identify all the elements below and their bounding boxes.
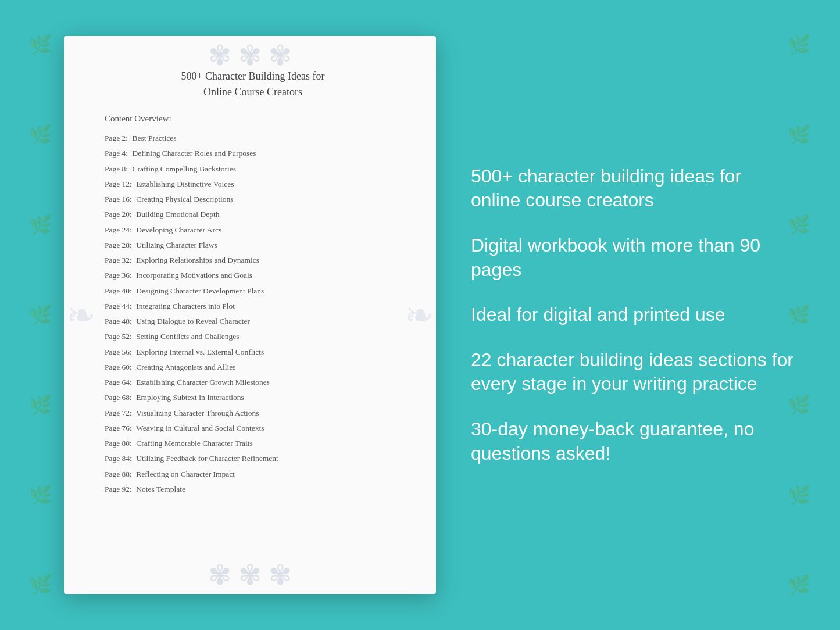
toc-item: Page 68: Employing Subtext in Interactio…	[105, 390, 401, 405]
toc-title: Building Emotional Depth	[134, 210, 220, 219]
toc-item: Page 80: Crafting Memorable Character Tr…	[105, 436, 401, 451]
toc-item: Page 84: Utilizing Feedback for Characte…	[105, 451, 401, 466]
toc-item: Page 48: Using Dialogue to Reveal Charac…	[105, 314, 401, 329]
toc-title: Reflecting on Character Impact	[134, 470, 235, 478]
toc-item: Page 88: Reflecting on Character Impact	[105, 467, 401, 482]
floral-sprig: 🌿	[788, 306, 811, 324]
toc-title: Designing Character Development Plans	[134, 287, 264, 295]
toc-item: Page 40: Designing Character Development…	[105, 284, 401, 299]
info-point: 30-day money-back guarantee, no question…	[471, 417, 793, 466]
toc-title: Crafting Memorable Character Traits	[134, 439, 253, 448]
floral-sprig: 🌿	[788, 35, 811, 54]
toc-item: Page 60: Creating Antagonists and Allies	[105, 360, 401, 375]
toc-page-number: Page 60:	[105, 363, 132, 371]
table-of-contents: Page 2: Best PracticesPage 4: Defining C…	[105, 131, 401, 497]
toc-page-number: Page 32:	[105, 256, 132, 264]
corner-bottom-decoration: ✾ ✾ ✾	[208, 559, 292, 591]
corner-top-decoration: ✾ ✾ ✾	[208, 39, 292, 71]
toc-title: Incorporating Motivations and Goals	[134, 271, 252, 280]
content-overview-label: Content Overview:	[105, 114, 401, 124]
toc-item: Page 76: Weaving in Cultural and Social …	[105, 421, 401, 436]
toc-page-number: Page 72:	[105, 409, 132, 417]
toc-title: Visualizing Character Through Actions	[134, 409, 259, 417]
toc-page-number: Page 16:	[105, 195, 132, 203]
toc-item: Page 44: Integrating Characters into Plo…	[105, 299, 401, 314]
toc-page-number: Page 84:	[105, 454, 132, 463]
floral-sprig: 🌿	[788, 486, 811, 504]
toc-page-number: Page 20:	[105, 210, 132, 219]
floral-sprig: 🌿	[29, 575, 52, 594]
toc-item: Page 56: Exploring Internal vs. External…	[105, 345, 401, 360]
toc-item: Page 8: Crafting Compelling Backstories	[105, 162, 401, 177]
document-wrapper: ✾ ✾ ✾ ✾ ✾ ✾ ❧ ❧ 500+ Character Building …	[64, 36, 436, 594]
floral-sprig: 🌿	[29, 306, 52, 324]
toc-item: Page 32: Exploring Relationships and Dyn…	[105, 253, 401, 268]
toc-title: Weaving in Cultural and Social Contexts	[134, 424, 264, 432]
toc-page-number: Page 64:	[105, 378, 132, 386]
info-point: Ideal for digital and printed use	[471, 303, 793, 327]
floral-sprig: 🌿	[29, 396, 52, 414]
floral-sprig: 🌿	[788, 396, 811, 414]
toc-page-number: Page 68:	[105, 393, 132, 402]
toc-title: Best Practices	[130, 134, 176, 142]
toc-item: Page 20: Building Emotional Depth	[105, 207, 401, 222]
toc-item: Page 36: Incorporating Motivations and G…	[105, 268, 401, 283]
toc-title: Using Dialogue to Reveal Character	[134, 317, 250, 325]
toc-page-number: Page 12:	[105, 180, 132, 188]
toc-page-number: Page 36:	[105, 271, 132, 280]
toc-item: Page 72: Visualizing Character Through A…	[105, 406, 401, 421]
toc-page-number: Page 76:	[105, 424, 132, 432]
toc-page-number: Page 28:	[105, 241, 132, 249]
toc-page-number: Page 4:	[105, 149, 128, 158]
toc-page-number: Page 56:	[105, 348, 132, 356]
toc-title: Setting Conflicts and Challenges	[134, 332, 240, 341]
toc-title: Notes Template	[134, 485, 185, 493]
toc-page-number: Page 8:	[105, 164, 128, 173]
toc-item: Page 64: Establishing Character Growth M…	[105, 375, 401, 390]
side-left-decoration: ❧	[66, 295, 95, 336]
toc-title: Defining Character Roles and Purposes	[130, 149, 256, 158]
toc-page-number: Page 80:	[105, 439, 132, 448]
floral-sprig: 🌿	[788, 126, 811, 144]
toc-title: Integrating Characters into Plot	[134, 302, 235, 310]
toc-item: Page 28: Utilizing Character Flaws	[105, 238, 401, 253]
info-point: Digital workbook with more than 90 pages	[471, 234, 793, 282]
document-page: ✾ ✾ ✾ ✾ ✾ ✾ ❧ ❧ 500+ Character Building …	[64, 36, 436, 594]
toc-title: Establishing Character Growth Milestones	[134, 378, 270, 386]
floral-sprig: 🌿	[788, 216, 811, 234]
floral-right-decoration: 🌿 🌿 🌿 🌿 🌿 🌿 🌿	[759, 0, 840, 630]
toc-page-number: Page 88:	[105, 470, 132, 478]
floral-sprig: 🌿	[29, 126, 52, 144]
toc-item: Page 4: Defining Character Roles and Pur…	[105, 146, 401, 161]
toc-page-number: Page 2:	[105, 134, 128, 142]
toc-title: Developing Character Arcs	[134, 225, 221, 234]
toc-title: Utilizing Character Flaws	[134, 241, 217, 249]
side-right-decoration: ❧	[405, 295, 434, 336]
toc-page-number: Page 44:	[105, 302, 132, 310]
toc-item: Page 16: Creating Physical Descriptions	[105, 192, 401, 207]
toc-item: Page 12: Establishing Distinctive Voices	[105, 177, 401, 192]
toc-page-number: Page 92:	[105, 485, 132, 493]
toc-page-number: Page 40:	[105, 287, 132, 295]
info-point: 22 character building ideas sections for…	[471, 348, 793, 396]
floral-sprig: 🌿	[788, 575, 811, 594]
toc-title: Establishing Distinctive Voices	[134, 180, 234, 188]
floral-sprig: 🌿	[29, 486, 52, 504]
toc-item: Page 2: Best Practices	[105, 131, 401, 146]
toc-title: Exploring Relationships and Dynamics	[134, 256, 259, 264]
toc-title: Creating Antagonists and Allies	[134, 363, 236, 371]
floral-sprig: 🌿	[29, 216, 52, 234]
toc-page-number: Page 24:	[105, 225, 132, 234]
toc-page-number: Page 48:	[105, 317, 132, 325]
document-title: 500+ Character Building Ideas for Online…	[105, 69, 401, 100]
toc-title: Utilizing Feedback for Character Refinem…	[134, 454, 278, 463]
toc-item: Page 24: Developing Character Arcs	[105, 223, 401, 238]
toc-title: Exploring Internal vs. External Conflict…	[134, 348, 264, 356]
toc-title: Employing Subtext in Interactions	[134, 393, 244, 402]
toc-title: Creating Physical Descriptions	[134, 195, 234, 203]
toc-item: Page 92: Notes Template	[105, 482, 401, 497]
toc-title: Crafting Compelling Backstories	[130, 164, 236, 173]
info-point: 500+ character building ideas for online…	[471, 164, 793, 213]
toc-item: Page 52: Setting Conflicts and Challenge…	[105, 329, 401, 344]
toc-page-number: Page 52:	[105, 332, 132, 341]
